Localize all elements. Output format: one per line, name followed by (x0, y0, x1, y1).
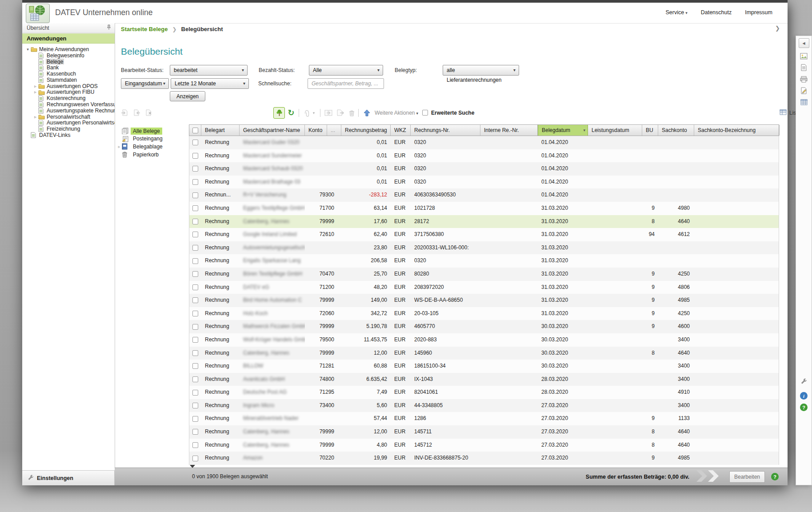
row-checkbox[interactable] (192, 311, 198, 316)
report-icon[interactable] (800, 63, 808, 72)
table-row[interactable]: RechnungMastercard Schaub 03200,01EUR032… (189, 162, 779, 176)
panel-expand-icon[interactable]: ◀ (799, 38, 809, 48)
menu-service[interactable]: Service▾ (665, 9, 687, 16)
column-header-wkz[interactable]: WKZ (391, 125, 411, 136)
paperclip-dropdown-icon[interactable]: ▾ (311, 108, 316, 117)
table-row[interactable]: RechnungMathwerck Ficzalen GmbH799995.19… (189, 320, 779, 333)
table-row[interactable]: RechnungMastercard Sundermeier0,01EUR032… (189, 149, 779, 163)
table-row[interactable]: RechnungBILLOW7128160,88EUR18615100-3430… (189, 360, 779, 373)
row-checkbox[interactable] (192, 390, 198, 396)
column-header-sachkonto-bezeichnung[interactable]: Sachkonto-Bezeichnung (694, 125, 780, 136)
row-checkbox[interactable] (192, 284, 198, 290)
column-header-rechnungs-nr-[interactable]: Rechnungs-Nr. (411, 125, 480, 136)
table-row[interactable]: RechnungMastercard Guder 03200,01EUR0320… (189, 136, 779, 149)
column-header-konto[interactable]: Konto (305, 125, 327, 136)
column-header-bu[interactable]: BU (642, 125, 658, 136)
bezahlt-status-select[interactable]: Alle (309, 65, 383, 76)
wrench-icon[interactable] (800, 376, 808, 385)
row-checkbox[interactable] (192, 166, 198, 172)
row-checkbox[interactable] (192, 140, 198, 145)
row-checkbox[interactable] (192, 376, 198, 382)
table-row[interactable]: RechnungAvanticato GmbH748006.635,42EURI… (189, 373, 779, 386)
sidebar-item-rechnungswesen-vorerfassung[interactable]: Rechnungswesen Vorerfassung (22, 101, 115, 108)
tree-expander-icon[interactable]: ▹ (116, 144, 122, 149)
trash-icon[interactable] (347, 108, 356, 117)
anzeigen-button[interactable]: Anzeigen (170, 91, 205, 101)
column-header-gesch-ftspartner-name[interactable]: Geschäftspartner-Name (240, 125, 305, 136)
table-row[interactable]: RechnungMineralölvertrieb Nader57,44EUR1… (189, 412, 779, 425)
row-checkbox[interactable] (192, 153, 198, 159)
info-icon[interactable]: i (800, 392, 808, 400)
table-row[interactable]: RechnungCatenberg, Hannes7999917,60EUR28… (189, 215, 779, 228)
sidebar-item-auswertungspakete-rechnungs[interactable]: Auswertungspakete Rechnungs (22, 108, 115, 114)
table-row[interactable]: RechnungBören Textilpflege GmbH7047025,7… (189, 268, 779, 281)
bearbeitet-status-select[interactable]: bearbeitet (170, 65, 248, 76)
table-row[interactable]: RechnungDeutsche Post AG712957,49EUR8204… (189, 386, 779, 399)
select-all-checkbox[interactable] (192, 128, 198, 133)
sidebar-item-belege[interactable]: Belege (22, 59, 115, 65)
help-icon[interactable]: ? (800, 404, 808, 411)
row-checkbox[interactable] (192, 232, 198, 237)
menu-impressum[interactable]: Impressum (745, 9, 772, 16)
bearbeiten-button[interactable]: Bearbeiten (729, 471, 765, 483)
column-header-leistungsdatum[interactable]: Leistungsdatum (588, 125, 642, 136)
row-checkbox[interactable] (192, 297, 198, 303)
table-row[interactable]: RechnungErigalis Sparkasse Lang206,58EUR… (189, 254, 779, 268)
discard-document-icon[interactable] (144, 108, 153, 117)
edit-document-icon[interactable] (800, 86, 808, 95)
row-checkbox[interactable] (192, 192, 198, 198)
sidebar-item-kostenrechnung[interactable]: Kostenrechnung (22, 95, 115, 101)
row-checkbox[interactable] (192, 403, 198, 408)
sidebar-item-auswertungen-personalwirtsch[interactable]: Auswertungen Personalwirtsch (22, 120, 115, 126)
sort-descending-icon[interactable]: ▾ (583, 125, 585, 136)
column-header-sachkonto[interactable]: Sachkonto (658, 125, 694, 136)
export-document-icon[interactable] (336, 108, 344, 117)
column-header-belegdatum[interactable]: Belegdatum▾ (538, 125, 588, 136)
sidebar-item-auswertungen-opos[interactable]: ▹Auswertungen OPOS (22, 83, 115, 89)
row-checkbox[interactable] (192, 258, 198, 264)
column-header-rechnungsbetrag[interactable]: Rechnungsbetrag (341, 125, 391, 136)
upload-icon[interactable] (362, 108, 371, 117)
tree-expander-icon[interactable]: ▾ (25, 47, 31, 52)
image-preview-icon[interactable] (800, 52, 808, 60)
tree-expander-icon[interactable]: ▹ (32, 115, 38, 119)
row-checkbox[interactable] (192, 429, 198, 435)
row-checkbox[interactable] (192, 324, 198, 330)
sidebar-item-auswertungen-fibu[interactable]: ▹Auswertungen FIBU (22, 89, 115, 96)
paperclip-icon[interactable] (302, 108, 311, 117)
sidebar-item-kassenbuch[interactable]: Kassenbuch (22, 71, 115, 77)
checkout-document-icon[interactable] (120, 108, 129, 117)
table-row[interactable]: RechnungWolf-Krüger Handels GmbH7950011.… (189, 333, 779, 347)
datumsfeld-select[interactable]: Eingangsdatum (121, 78, 169, 89)
table-row[interactable]: RechnungBird Home Automation C79999149,0… (189, 294, 779, 307)
table-row[interactable]: Rechnun...R+V Versicherung79300-283,12EU… (189, 188, 779, 202)
help-icon[interactable]: ? (771, 473, 779, 480)
menu-datenschutz[interactable]: Datenschutz (701, 9, 732, 16)
table-row[interactable]: RechnungCatenberg, Hannes7999912,00EUR14… (189, 425, 779, 439)
table-row[interactable]: RechnungEggers Textilpflege GmbH7170063,… (189, 202, 779, 215)
row-checkbox[interactable] (192, 442, 198, 448)
table-row[interactable]: RechnungCatenberg, Hannes7999912,00EUR14… (189, 347, 779, 360)
row-checkbox[interactable] (192, 363, 198, 369)
split-document-icon[interactable] (324, 108, 333, 117)
table-icon[interactable] (800, 98, 808, 107)
table-row[interactable]: RechnungAmazon7022019,99EURINV-DE-833668… (189, 452, 779, 465)
belegtyp-select[interactable]: alle Lieferantenrechnungen (443, 65, 519, 76)
row-checkbox[interactable] (192, 205, 198, 211)
structure-filter-icon[interactable] (273, 107, 285, 119)
breadcrumb-startseite[interactable]: Startseite Belege (121, 26, 168, 32)
zeitraum-select[interactable]: Letzte 12 Monate (171, 78, 249, 89)
sidebar-item-personalwirtschaft[interactable]: ▹Personalwirtschaft (22, 114, 115, 120)
row-checkbox[interactable] (192, 337, 198, 343)
column-header-belegart[interactable]: Belegart (201, 125, 240, 136)
table-row[interactable]: RechnungAutovermietungsgesellsch23,80EUR… (189, 241, 779, 255)
sidebar-item-freizeichnung[interactable]: Freizeichnung (22, 126, 115, 132)
table-row[interactable]: RechnungGoogle Ireland Limited7261062,40… (189, 228, 779, 241)
row-checkbox[interactable] (192, 219, 198, 224)
print-icon[interactable] (800, 75, 808, 84)
sidebar-item-meine-anwendungen[interactable]: ▾Meine Anwendungen (22, 46, 115, 52)
table-row[interactable]: RechnungMastercard Brathage 030,01EUR032… (189, 176, 779, 189)
settings-bar[interactable]: Einstellungen (22, 470, 115, 485)
row-checkbox[interactable] (192, 456, 198, 461)
tree-expander-icon[interactable]: ▹ (32, 90, 38, 94)
